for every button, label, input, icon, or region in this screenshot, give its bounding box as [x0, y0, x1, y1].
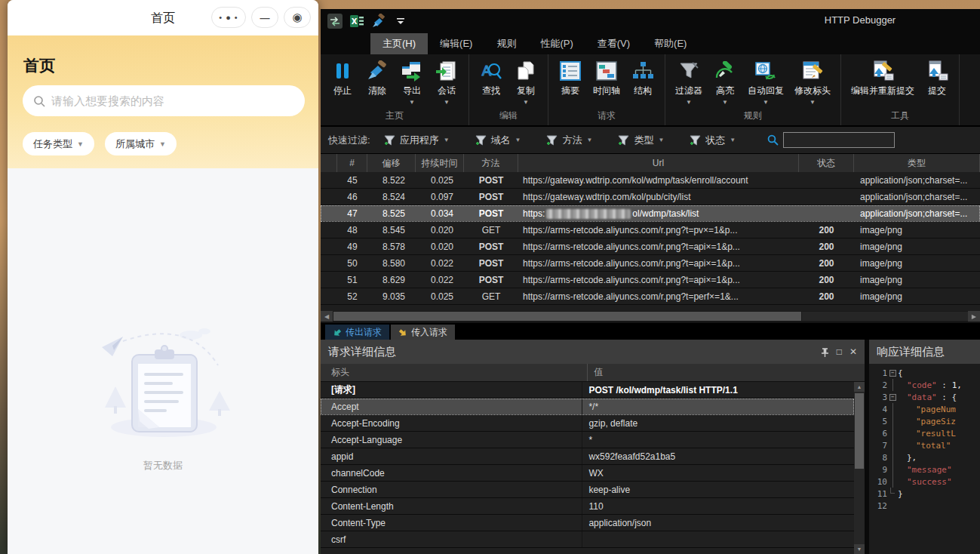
fold-collapse-icon[interactable]: −: [889, 394, 896, 401]
scroll-up-icon[interactable]: ▲: [854, 382, 865, 392]
fold-collapse-icon[interactable]: −: [889, 370, 896, 377]
request-url-link[interactable]: https://arms-retcode.aliyuncs.com/r.png?…: [523, 291, 739, 302]
request-url-link[interactable]: https://arms-retcode.aliyuncs.com/r.png?…: [523, 225, 737, 235]
scrollbar-thumb[interactable]: [333, 312, 801, 321]
scrollbar-thumb[interactable]: [855, 393, 864, 469]
table-row-49[interactable]: 498.5780.020POSThttps://arms-retcode.ali…: [321, 239, 980, 255]
response-details-title: 响应详细信息: [877, 345, 945, 359]
column-header-4[interactable]: Url: [518, 154, 799, 172]
column-header-6[interactable]: 类型: [854, 154, 980, 172]
maximize-icon[interactable]: □: [837, 346, 842, 357]
scroll-right-icon[interactable]: ◀: [968, 311, 980, 322]
structure-button[interactable]: 结构: [625, 57, 660, 108]
quick-filter-4[interactable]: 状态▼: [690, 134, 736, 147]
column-header-1[interactable]: 偏移: [367, 154, 416, 172]
table-row-47[interactable]: 478.5250.034POSThttps:ol/wdmp/task/lista…: [321, 205, 980, 222]
response-json-viewer[interactable]: 1−{2"code" : 1,3−"data" : {4"pageNum5"pa…: [869, 364, 980, 554]
filter-task-type[interactable]: 任务类型 ▼: [23, 132, 94, 155]
stop-button[interactable]: 停止: [325, 57, 360, 108]
scroll-left-icon[interactable]: ◀: [321, 311, 333, 322]
tab-outgoing-requests[interactable]: 传出请求: [325, 325, 389, 340]
header-row-Accept-Language[interactable]: Accept-Language*: [321, 432, 854, 448]
header-row-channelCode[interactable]: channelCodeWX: [321, 465, 854, 482]
submit-button[interactable]: 提交: [920, 57, 954, 108]
search-box[interactable]: [23, 85, 305, 116]
table-row-52[interactable]: 529.0350.025GEThttps://arms-retcode.aliy…: [321, 288, 980, 305]
scroll-down-icon[interactable]: ▼: [854, 544, 865, 554]
horizontal-scrollbar[interactable]: ◀ ◀: [321, 311, 980, 322]
qat-customize-button[interactable]: [392, 13, 409, 29]
search-input[interactable]: [51, 94, 294, 107]
transfer-button[interactable]: [327, 13, 343, 29]
quick-filter-0[interactable]: 应用程序▼: [384, 134, 450, 147]
quick-filter-3[interactable]: 类型▼: [618, 134, 664, 147]
request-url-link[interactable]: https://arms-retcode.aliyuncs.com/r.png?…: [523, 242, 740, 252]
record-button[interactable]: ◉: [284, 7, 311, 28]
table-row-51[interactable]: 518.6290.022POSThttps://arms-retcode.ali…: [321, 272, 980, 288]
close-icon[interactable]: ✕: [849, 346, 857, 357]
menu-tab-0[interactable]: 主页(H): [370, 33, 428, 54]
menu-tab-2[interactable]: 规则: [484, 33, 528, 54]
filter-dropdown-arrow[interactable]: ▼: [686, 99, 692, 106]
auto-reply-dropdown-arrow[interactable]: ▼: [763, 99, 769, 106]
filter-button[interactable]: 过滤器 ▼: [670, 57, 708, 108]
header-row-Content-Type[interactable]: Content-Typeapplication/json: [321, 515, 854, 531]
column-header-3[interactable]: 方法: [464, 154, 518, 172]
line-number: 9: [869, 465, 887, 475]
header-row-Content-Length[interactable]: Content-Length110: [321, 498, 854, 515]
menu-tab-4[interactable]: 查看(V): [585, 33, 642, 54]
quick-filter-1[interactable]: 域名▼: [475, 134, 521, 147]
header-row-请求[interactable]: [请求]POST /kol/wdmp/task/list HTTP/1.1: [321, 382, 854, 399]
excel-export-button[interactable]: X: [349, 13, 365, 29]
column-header-5[interactable]: 状态: [799, 154, 854, 172]
more-button[interactable]: • ● •: [211, 7, 246, 28]
menu-tab-3[interactable]: 性能(P): [528, 33, 585, 54]
header-row-Accept-Encoding[interactable]: Accept-Encodinggzip, deflate: [321, 415, 854, 432]
copy-dropdown-arrow[interactable]: ▼: [523, 99, 529, 106]
session-button[interactable]: 会话 ▼: [429, 57, 464, 108]
timeline-button[interactable]: 时间轴: [588, 57, 625, 108]
header-row-Accept[interactable]: Accept*/*: [321, 399, 854, 415]
table-row-46[interactable]: 468.5240.097POSThttps://gateway.wdtrip.c…: [321, 189, 980, 205]
request-url-link[interactable]: https://arms-retcode.aliyuncs.com/r.png?…: [523, 258, 740, 269]
copy-button[interactable]: 复制 ▼: [508, 57, 543, 108]
menu-tab-1[interactable]: 编辑(E): [428, 33, 484, 54]
header-row-appid[interactable]: appidwx592feaafd52a1ba5: [321, 448, 854, 465]
modify-headers-button[interactable]: 修改标头 ▼: [789, 57, 836, 108]
menu-tab-5[interactable]: 帮助(E): [642, 33, 699, 54]
column-header-key[interactable]: 标头: [321, 364, 587, 381]
clean-button[interactable]: [370, 13, 387, 29]
header-value: keep-alive: [582, 482, 854, 497]
clear-button[interactable]: 清除: [360, 57, 395, 108]
tab-incoming-requests[interactable]: 传入请求: [391, 325, 455, 340]
highlight-dropdown-arrow[interactable]: ▼: [722, 99, 728, 106]
export-button[interactable]: 导出 ▼: [395, 57, 429, 108]
header-row-csrf[interactable]: csrf: [321, 531, 854, 548]
edit-resubmit-button[interactable]: 编辑并重新提交: [846, 57, 920, 108]
request-url-link[interactable]: https://gateway.wdtrip.com/kol/pub/city/…: [523, 192, 691, 202]
modify-headers-dropdown-arrow[interactable]: ▼: [809, 99, 816, 106]
table-row-48[interactable]: 488.5450.020GEThttps://arms-retcode.aliy…: [321, 222, 980, 239]
table-row-50[interactable]: 508.5800.022POSThttps://arms-retcode.ali…: [321, 255, 980, 272]
structure-icon: [632, 61, 653, 81]
summary-button[interactable]: 摘要: [553, 57, 588, 108]
find-button[interactable]: A 查找: [474, 57, 508, 108]
debugger-titlebar: X: [321, 9, 980, 33]
header-row-Connection[interactable]: Connectionkeep-alive: [321, 482, 854, 498]
column-header-value[interactable]: 值: [587, 364, 865, 381]
quick-filter-2[interactable]: 方法▼: [546, 134, 592, 147]
auto-reply-button[interactable]: 自动回复 ▼: [742, 57, 789, 108]
column-header-2[interactable]: 持续时间: [416, 154, 464, 172]
table-row-45[interactable]: 458.5220.025POSThttps://gateway.wdtrip.c…: [321, 172, 980, 189]
session-dropdown-arrow[interactable]: ▼: [444, 99, 450, 106]
request-url-link[interactable]: https://gateway.wdtrip.com/kol/wdmp/task…: [523, 175, 748, 186]
quick-filter-search-input[interactable]: [783, 132, 895, 148]
pin-icon[interactable]: [821, 347, 829, 357]
minimize-button[interactable]: —: [251, 7, 278, 28]
filter-city[interactable]: 所属城市 ▼: [105, 132, 177, 155]
export-dropdown-arrow[interactable]: ▼: [409, 99, 415, 106]
vertical-scrollbar[interactable]: ▲ ▼: [854, 382, 865, 554]
column-header-0[interactable]: #: [337, 154, 367, 172]
request-url-link[interactable]: https://arms-retcode.aliyuncs.com/r.png?…: [523, 275, 740, 285]
highlight-button[interactable]: 高亮 ▼: [708, 57, 742, 108]
